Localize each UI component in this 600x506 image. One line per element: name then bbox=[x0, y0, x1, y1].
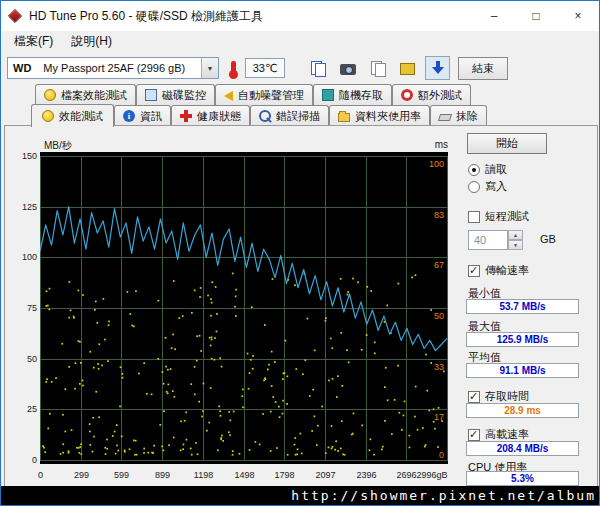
eraser-icon bbox=[438, 114, 452, 121]
tab-label: 效能測試 bbox=[59, 109, 103, 124]
pages-icon bbox=[370, 60, 386, 76]
access-value: 28.9 ms bbox=[466, 403, 579, 418]
info-icon bbox=[123, 110, 135, 122]
screenshot-button[interactable] bbox=[335, 56, 360, 80]
tab-health[interactable]: 健康狀態 bbox=[171, 105, 250, 126]
access-time-dots bbox=[42, 273, 444, 456]
cpu-value: 5.3% bbox=[466, 471, 579, 486]
tab-error-scan[interactable]: 錯誤掃描 bbox=[250, 105, 329, 126]
tab-row-1: 檔案效能測試 磁碟監控 自動噪聲管理 隨機存取 額外測試 bbox=[35, 84, 471, 105]
copy-image-button[interactable] bbox=[305, 56, 330, 80]
tab-disk-monitor[interactable]: 磁碟監控 bbox=[136, 84, 215, 105]
y-axis-tick: 50 bbox=[6, 354, 37, 364]
burst-rate-label: 高載速率 bbox=[485, 427, 529, 442]
lamp-icon bbox=[44, 89, 56, 101]
benchmark-page: MB/秒 ms 10083675033170 1501251007550250 … bbox=[4, 125, 598, 487]
burst-rate-checkbox[interactable]: 高載速率 bbox=[468, 427, 529, 442]
short-test-size-stepper: ▲ ▼ bbox=[508, 230, 523, 250]
svg-text:50: 50 bbox=[434, 311, 444, 321]
tab-label: 資訊 bbox=[140, 109, 162, 124]
copy-text-button[interactable] bbox=[365, 56, 390, 80]
drive-vendor: WD bbox=[13, 62, 31, 74]
short-test-checkbox[interactable]: 短程測試 bbox=[468, 209, 529, 224]
save-results-button[interactable] bbox=[395, 56, 420, 80]
maximize-button[interactable]: □ bbox=[515, 1, 557, 31]
chevron-down-icon[interactable]: ▼ bbox=[201, 58, 218, 78]
monitor-icon bbox=[145, 89, 157, 101]
menu-help[interactable]: 說明(H) bbox=[62, 31, 121, 52]
x-axis-tick: 2396 bbox=[345, 470, 389, 480]
write-radio[interactable]: 寫入 bbox=[468, 179, 507, 194]
drive-selector[interactable]: WD My Passport 25AF (2996 gB) ▼ bbox=[7, 57, 219, 79]
access-time-label: 存取時間 bbox=[485, 389, 529, 404]
x-axis-tick: 599 bbox=[100, 470, 144, 480]
x-axis-tick: 0 bbox=[19, 470, 63, 480]
tab-file-benchmark[interactable]: 檔案效能測試 bbox=[35, 84, 136, 105]
folder-icon bbox=[338, 113, 350, 122]
copy-icon bbox=[310, 60, 326, 76]
transfer-rate-checkbox[interactable]: 傳輸速率 bbox=[468, 263, 529, 278]
y-axis-tick: 0 bbox=[6, 455, 37, 465]
titlebar: HD Tune Pro 5.60 - 硬碟/SSD 檢測維護工具 – □ × bbox=[1, 1, 599, 31]
save-icon bbox=[400, 63, 415, 75]
tab-info[interactable]: 資訊 bbox=[114, 105, 171, 126]
tab-label: 額外測試 bbox=[418, 88, 462, 103]
download-button[interactable] bbox=[425, 56, 450, 80]
y-axis-tick: 25 bbox=[6, 404, 37, 414]
x-axis-tick: 899 bbox=[141, 470, 185, 480]
tab-label: 隨機存取 bbox=[339, 88, 383, 103]
read-radio-label: 讀取 bbox=[485, 162, 507, 177]
hd-tune-window: HD Tune Pro 5.60 - 硬碟/SSD 檢測維護工具 – □ × 檔… bbox=[0, 0, 600, 506]
toolbar: WD My Passport 25AF (2996 gB) ▼ 33℃ 結束 bbox=[1, 53, 599, 83]
svg-text:67: 67 bbox=[434, 260, 444, 270]
svg-text:0: 0 bbox=[439, 450, 444, 460]
short-test-size-input[interactable]: 40 bbox=[468, 230, 508, 250]
checkbox-checked-icon bbox=[468, 265, 480, 277]
x-axis-tick: 299 bbox=[60, 470, 104, 480]
spin-up-button[interactable]: ▲ bbox=[508, 230, 523, 240]
x-axis-tick: 1198 bbox=[182, 470, 226, 480]
tab-erase[interactable]: 抹除 bbox=[430, 105, 487, 126]
gridlines bbox=[40, 156, 448, 461]
y-axis-tick: 125 bbox=[6, 202, 37, 212]
tab-folder-usage[interactable]: 資料夾使用率 bbox=[329, 105, 430, 126]
window-controls: – □ × bbox=[473, 1, 599, 31]
y-axis-tick: 100 bbox=[6, 252, 37, 262]
tab-label: 資料夾使用率 bbox=[355, 109, 421, 124]
svg-text:33: 33 bbox=[434, 362, 444, 372]
radio-selected-icon bbox=[468, 164, 480, 176]
access-time-checkbox[interactable]: 存取時間 bbox=[468, 389, 529, 404]
svg-text:17: 17 bbox=[434, 412, 444, 422]
tab-label: 錯誤掃描 bbox=[276, 109, 320, 124]
tab-label: 磁碟監控 bbox=[162, 88, 206, 103]
tab-aam[interactable]: 自動噪聲管理 bbox=[215, 84, 313, 105]
x-axis-tick: 1498 bbox=[223, 470, 267, 480]
checkbox-checked-icon bbox=[468, 391, 480, 403]
x-axis-tick: 2996gB bbox=[396, 470, 448, 480]
tab-extra-tests[interactable]: 額外測試 bbox=[392, 84, 471, 105]
tab-label: 健康狀態 bbox=[197, 109, 241, 124]
y-axis-tick: 150 bbox=[6, 151, 37, 161]
write-radio-label: 寫入 bbox=[485, 179, 507, 194]
watermark-url: http://showmer.pixnet.net/album bbox=[1, 486, 599, 505]
radio-icon bbox=[468, 181, 480, 193]
tab-random-access[interactable]: 隨機存取 bbox=[313, 84, 392, 105]
spin-down-button[interactable]: ▼ bbox=[508, 240, 523, 250]
tab-benchmark[interactable]: 效能測試 bbox=[31, 104, 114, 127]
target-icon bbox=[401, 89, 413, 101]
app-icon bbox=[8, 9, 22, 23]
lamp-icon bbox=[42, 110, 54, 122]
tab-label: 檔案效能測試 bbox=[61, 88, 127, 103]
read-radio[interactable]: 讀取 bbox=[468, 162, 507, 177]
y-axis-left-label: MB/秒 bbox=[44, 139, 72, 153]
menu-file[interactable]: 檔案(F) bbox=[5, 31, 62, 52]
benchmark-plot: 10083675033170 bbox=[40, 152, 448, 464]
minimize-button[interactable]: – bbox=[473, 1, 515, 31]
close-button[interactable]: × bbox=[557, 1, 599, 31]
window-title: HD Tune Pro 5.60 - 硬碟/SSD 檢測維護工具 bbox=[29, 8, 263, 25]
exit-button[interactable]: 結束 bbox=[458, 57, 508, 80]
start-button[interactable]: 開始 bbox=[467, 133, 547, 154]
avg-value: 91.1 MB/s bbox=[466, 363, 579, 378]
x-axis-tick: 1798 bbox=[263, 470, 307, 480]
gb-unit-label: GB bbox=[540, 233, 556, 245]
